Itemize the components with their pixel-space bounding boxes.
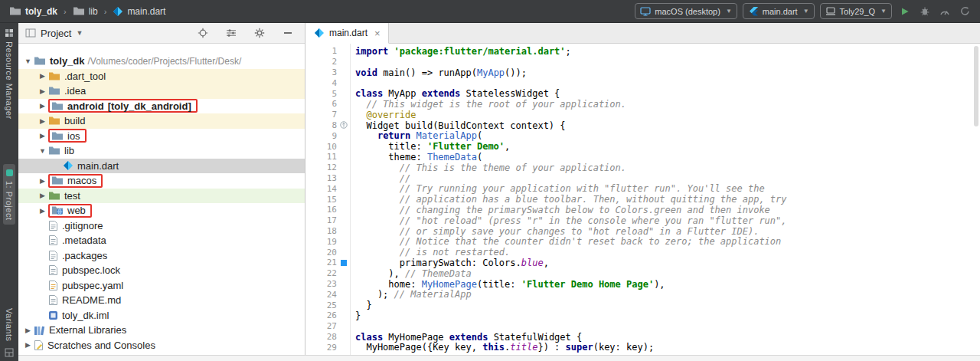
- chevron-down-icon[interactable]: ▼: [76, 29, 83, 37]
- line-number[interactable]: 2: [317, 57, 337, 67]
- chevron-right-icon[interactable]: ▶: [22, 341, 34, 349]
- code-line[interactable]: class MyHomePage extends StatefulWidget …: [355, 332, 972, 343]
- code-line[interactable]: //: [355, 173, 972, 184]
- tree-item-android[interactable]: ▶android [toly_dk_android]: [18, 99, 305, 114]
- tree-item-pubspec-lock[interactable]: pubspec.lock: [18, 263, 305, 278]
- chevron-right-icon[interactable]: ▶: [37, 207, 48, 215]
- line-number[interactable]: 4: [317, 78, 337, 88]
- line-number[interactable]: 7: [317, 110, 337, 120]
- code-line[interactable]: home: MyHomePage(title: 'Flutter Demo Ho…: [355, 279, 972, 290]
- line-number[interactable]: 18: [317, 226, 337, 236]
- tree-item-toly-dk[interactable]: ▼toly_dk /Volumes/coder/Projects/Flutter…: [18, 54, 305, 69]
- line-number[interactable]: 28: [317, 332, 337, 342]
- settings-button[interactable]: [252, 25, 267, 41]
- editor-code[interactable]: import 'package:flutter/material.dart';v…: [351, 44, 972, 355]
- line-number[interactable]: 24: [317, 290, 337, 300]
- line-number[interactable]: 5: [317, 89, 337, 99]
- line-number[interactable]: 14: [317, 184, 337, 194]
- chevron-right-icon[interactable]: ▶: [37, 132, 48, 139]
- breadcrumb-project[interactable]: toly_dk: [25, 6, 57, 17]
- close-icon[interactable]: ×: [374, 28, 381, 38]
- tree-item-metadata[interactable]: .metadata: [18, 233, 305, 248]
- color-preview-icon[interactable]: [337, 260, 350, 266]
- chevron-right-icon[interactable]: ▶: [37, 177, 48, 185]
- device-selector[interactable]: macOS (desktop) ▼: [635, 3, 737, 19]
- chevron-right-icon[interactable]: ▶: [37, 72, 48, 80]
- line-number[interactable]: 1: [317, 46, 337, 56]
- line-number[interactable]: 15: [317, 195, 337, 205]
- toolstrip-resource-manager[interactable]: Resource Manager: [5, 28, 14, 120]
- code-line[interactable]: }: [355, 300, 972, 310]
- code-line[interactable]: import 'package:flutter/material.dart';: [355, 46, 972, 57]
- code-line[interactable]: MyHomePage({Key key, this.title}) : supe…: [355, 342, 972, 353]
- line-number[interactable]: 10: [317, 142, 337, 152]
- line-number[interactable]: 11: [317, 152, 337, 162]
- line-number[interactable]: 16: [317, 205, 337, 215]
- line-number[interactable]: 29: [317, 343, 337, 353]
- line-number[interactable]: 6: [317, 99, 337, 109]
- chevron-down-icon[interactable]: ▼: [22, 57, 34, 65]
- profiler-button[interactable]: [937, 4, 952, 19]
- line-number[interactable]: 9: [317, 131, 337, 141]
- tree-item-ios[interactable]: ▶ios: [18, 129, 305, 144]
- line-number[interactable]: 27: [317, 321, 337, 331]
- code-line[interactable]: theme: ThemeData(: [355, 152, 972, 162]
- toolwindow-switcher-icon[interactable]: [5, 348, 14, 357]
- tree-item-test[interactable]: ▶test: [18, 189, 305, 204]
- locate-file-button[interactable]: [195, 25, 211, 41]
- tree-item-main-dart[interactable]: main.dart: [18, 159, 305, 174]
- chevron-right-icon[interactable]: ▶: [37, 102, 48, 110]
- code-line[interactable]: // "hot reload" (press "r" in the consol…: [355, 215, 972, 226]
- run-button[interactable]: [897, 4, 913, 19]
- breadcrumb-lib[interactable]: lib: [89, 6, 98, 17]
- tree-item-dart-tool[interactable]: ▶.dart_tool: [18, 69, 305, 84]
- tree-item-external-libraries[interactable]: ▶External Libraries: [18, 323, 305, 338]
- code-line[interactable]: // This widget is the root of your appli…: [355, 99, 972, 110]
- line-number[interactable]: 8: [317, 120, 337, 130]
- attach-debugger-button[interactable]: [917, 4, 933, 19]
- scrollbar-thumb[interactable]: [974, 46, 978, 126]
- line-number[interactable]: 19: [317, 237, 337, 247]
- code-line[interactable]: class MyApp extends StatelessWidget {: [355, 88, 972, 99]
- code-line[interactable]: return MaterialApp(: [355, 130, 972, 141]
- code-line[interactable]: // changing the primarySwatch below to C…: [355, 205, 972, 215]
- line-number[interactable]: 3: [317, 67, 337, 77]
- line-number[interactable]: 21: [317, 258, 337, 267]
- code-line[interactable]: }: [355, 310, 972, 321]
- line-number[interactable]: 13: [317, 173, 337, 183]
- code-line[interactable]: Widget build(BuildContext context) {: [355, 120, 972, 131]
- tree-item-readme-md[interactable]: README.md: [18, 293, 305, 308]
- chevron-right-icon[interactable]: ▶: [37, 117, 48, 125]
- code-line[interactable]: title: 'Flutter Demo',: [355, 141, 972, 152]
- tree-item-scratches-and-consoles[interactable]: ▶Scratches and Consoles: [18, 338, 305, 353]
- tree-item-idea[interactable]: ▶.idea: [18, 84, 305, 99]
- code-line[interactable]: // Notice that the counter didn't reset …: [355, 236, 972, 247]
- tree-item-packages[interactable]: .packages: [18, 248, 305, 264]
- tree-item-lib[interactable]: ▼lib: [18, 143, 305, 159]
- tree-item-web[interactable]: ▶web: [18, 203, 305, 218]
- code-line[interactable]: [355, 321, 972, 332]
- code-line[interactable]: @override: [355, 110, 972, 120]
- hot-restart-button[interactable]: [957, 4, 972, 19]
- chevron-right-icon[interactable]: ▶: [37, 87, 48, 95]
- code-line[interactable]: ); // MaterialApp: [355, 289, 972, 300]
- overrides-method-icon[interactable]: [337, 121, 350, 129]
- code-line[interactable]: [355, 57, 972, 67]
- code-line[interactable]: // This is the theme of your application…: [355, 162, 972, 173]
- code-line[interactable]: // Try running your application with "fl…: [355, 183, 972, 194]
- project-panel-title[interactable]: Project: [41, 28, 71, 39]
- chevron-right-icon[interactable]: ▶: [22, 327, 34, 334]
- run-config-selector[interactable]: main.dart ▼: [743, 3, 815, 19]
- code-line[interactable]: // or simply save your changes to "hot r…: [355, 226, 972, 237]
- view-options-button[interactable]: [224, 25, 239, 41]
- chevron-right-icon[interactable]: ▶: [37, 192, 48, 199]
- line-number[interactable]: 26: [317, 310, 337, 320]
- hide-panel-button[interactable]: [280, 25, 296, 41]
- tree-item-macos[interactable]: ▶macos: [18, 173, 305, 189]
- code-line[interactable]: [355, 77, 972, 88]
- line-number[interactable]: 22: [317, 268, 337, 278]
- code-line[interactable]: void main() => runApp(MyApp());: [355, 67, 972, 78]
- code-line[interactable]: // is not restarted.: [355, 247, 972, 258]
- code-line[interactable]: primarySwatch: Colors.blue,: [355, 258, 972, 268]
- code-line[interactable]: ), // ThemeData: [355, 268, 972, 279]
